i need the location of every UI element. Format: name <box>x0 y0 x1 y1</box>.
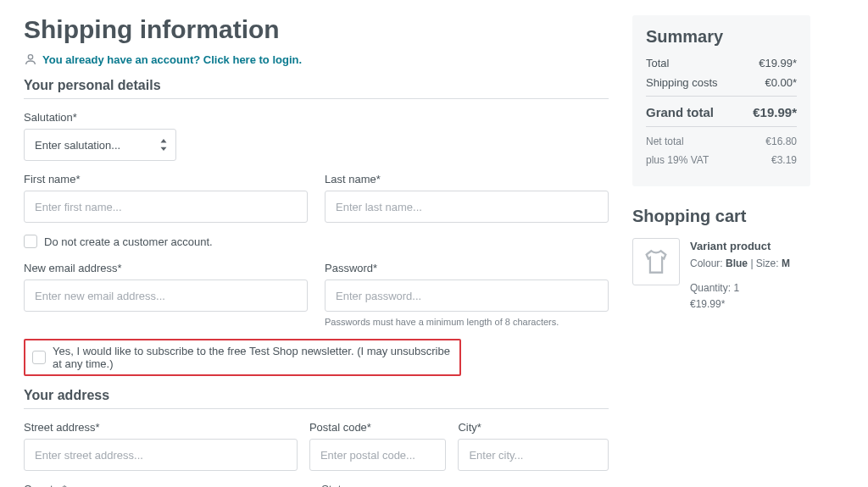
login-row: You already have an account? Click here … <box>24 53 609 66</box>
newsletter-checkbox[interactable] <box>32 351 46 364</box>
cart-title: Shopping cart <box>632 207 810 226</box>
email-label: New email address* <box>24 262 308 274</box>
product-variant: Colour: Blue | Size: M <box>690 256 790 272</box>
email-input[interactable] <box>24 279 308 312</box>
login-link[interactable]: You already have an account? Click here … <box>42 53 302 66</box>
state-label: State <box>321 483 609 487</box>
shipping-label: Shipping costs <box>646 76 718 89</box>
page-title: Shipping information <box>24 15 609 44</box>
sidebar: Summary Total €19.99* Shipping costs €0.… <box>632 15 810 487</box>
summary-title: Summary <box>646 27 797 47</box>
password-label: Password* <box>325 262 609 274</box>
vat-value: €3.19 <box>771 154 797 166</box>
divider <box>646 126 797 127</box>
net-value: €16.80 <box>765 136 797 147</box>
last-name-label: Last name* <box>325 173 609 185</box>
product-qty: Quantity: 1 <box>690 280 790 296</box>
divider <box>646 96 797 97</box>
postal-label: Postal code* <box>309 421 446 434</box>
password-hint: Passwords must have a minimum length of … <box>325 317 609 327</box>
net-label: Net total <box>646 136 684 147</box>
divider <box>24 408 609 409</box>
grand-value: €19.99* <box>753 105 797 119</box>
main-form: Shipping information You already have an… <box>24 15 609 487</box>
shipping-value: €0.00* <box>765 76 797 89</box>
password-input[interactable] <box>325 279 609 312</box>
address-heading: Your address <box>24 388 609 403</box>
total-label: Total <box>646 57 669 69</box>
last-name-input[interactable] <box>325 191 609 223</box>
summary-panel: Summary Total €19.99* Shipping costs €0.… <box>632 15 810 186</box>
cart-item: Variant product Colour: Blue | Size: M Q… <box>632 238 810 313</box>
product-name: Variant product <box>690 238 790 256</box>
street-label: Street address* <box>24 421 298 434</box>
newsletter-label: Yes, I would like to subscribe to the fr… <box>53 345 453 370</box>
divider <box>24 98 609 99</box>
salutation-select[interactable]: Enter salutation... <box>24 129 176 161</box>
country-label: Country* <box>24 483 304 487</box>
total-value: €19.99* <box>759 57 797 69</box>
shirt-icon <box>642 247 670 276</box>
svg-point-0 <box>28 55 32 59</box>
first-name-input[interactable] <box>24 191 308 223</box>
product-thumbnail <box>632 238 680 285</box>
no-account-label: Do not create a customer account. <box>44 235 213 248</box>
no-account-checkbox[interactable] <box>24 235 37 248</box>
salutation-label: Salutation* <box>24 111 304 124</box>
first-name-label: First name* <box>24 173 308 185</box>
city-input[interactable] <box>458 439 609 471</box>
personal-details-heading: Your personal details <box>24 78 609 93</box>
user-icon <box>24 53 37 66</box>
postal-input[interactable] <box>309 439 446 471</box>
product-price: €19.99* <box>690 296 790 313</box>
city-label: City* <box>458 421 609 434</box>
newsletter-highlight: Yes, I would like to subscribe to the fr… <box>24 339 461 376</box>
street-input[interactable] <box>24 439 298 471</box>
vat-label: plus 19% VAT <box>646 154 709 166</box>
grand-label: Grand total <box>646 105 714 119</box>
